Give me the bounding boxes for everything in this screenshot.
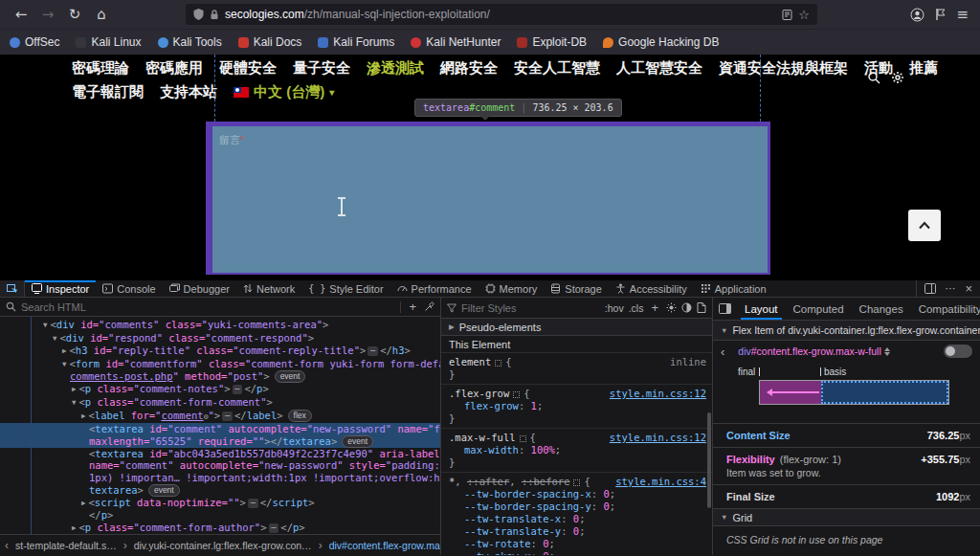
- flex-item-header[interactable]: ▼ Flex Item of div.yuki-container.lg:fle…: [713, 321, 980, 341]
- pseudo-elements-header[interactable]: ▶ Pseudo-elements: [441, 319, 712, 336]
- tab-debugger[interactable]: Debugger: [163, 280, 236, 297]
- tab-memory[interactable]: Memory: [479, 280, 545, 297]
- class-panel-button[interactable]: .cls: [629, 302, 644, 314]
- nav-item[interactable]: 網路安全: [440, 59, 498, 78]
- tab-compatibility[interactable]: Compatibility: [911, 298, 980, 320]
- sidebar-toggle-icon[interactable]: [713, 303, 737, 314]
- css-declaration[interactable]: max-width: 100%;: [449, 444, 706, 456]
- markup-row[interactable]: ▶<p class="comment-form-author">⋯</p>: [0, 522, 440, 534]
- markup-row[interactable]: comments-post.php" method="post">event: [0, 370, 440, 383]
- event-badge[interactable]: event: [342, 435, 373, 448]
- stylesheet-link[interactable]: style.min.css:12: [610, 388, 706, 400]
- collapsed-content-icon[interactable]: ⋯: [248, 499, 258, 508]
- bookmark-exploit-db[interactable]: Exploit-DB: [517, 35, 587, 49]
- markup-row[interactable]: ▶<p class="comment-notes">⋯</p>: [0, 383, 440, 396]
- nav-item[interactable]: 硬體安全: [219, 59, 277, 78]
- markup-row[interactable]: </p>: [0, 509, 440, 522]
- css-declaration[interactable]: --tw-translate-x: 0;: [449, 513, 706, 525]
- breadcrumb-scroll-left-icon[interactable]: ‹: [5, 539, 9, 552]
- pseudo-class-button[interactable]: :hov: [605, 302, 624, 314]
- create-node-button[interactable]: +: [406, 300, 419, 314]
- reload-button[interactable]: ↻: [61, 3, 88, 26]
- bookmark-kali-nethunter[interactable]: Kali NetHunter: [411, 35, 501, 49]
- nav-item[interactable]: 密碼理論: [72, 59, 129, 78]
- menu-icon[interactable]: ≡: [956, 6, 969, 23]
- nav-item[interactable]: 資通安全法規與框架: [719, 59, 848, 78]
- search-html-input[interactable]: [21, 301, 395, 313]
- highlighted-textarea[interactable]: 留言*: [206, 122, 770, 275]
- collapsed-content-icon[interactable]: ⋯: [368, 346, 378, 356]
- split-console-icon[interactable]: [924, 283, 936, 294]
- markup-row[interactable]: 1px) !importan… !important;width:1px !im…: [0, 472, 440, 484]
- url-bar[interactable]: secologies.com/zh/manual-sql-injection-e…: [186, 4, 817, 25]
- markup-row[interactable]: ▼<div id="respond" class="comment-respon…: [0, 332, 440, 345]
- nav-item[interactable]: 安全人工智慧: [514, 59, 600, 78]
- back-button[interactable]: ←: [8, 3, 34, 26]
- flex-badge[interactable]: flex: [288, 410, 312, 422]
- css-declaration[interactable]: --tw-translate-y: 0;: [449, 525, 706, 538]
- add-rule-button[interactable]: +: [648, 300, 661, 315]
- bookmark-kali-tools[interactable]: Kali Tools: [158, 35, 222, 49]
- reader-mode-icon[interactable]: [782, 10, 792, 20]
- nav-item[interactable]: 支持本站: [160, 83, 217, 101]
- devtools-options-icon[interactable]: ⋯: [945, 282, 956, 295]
- pick-element-button[interactable]: [0, 280, 25, 297]
- tab-accessibility[interactable]: Accessibility: [609, 280, 694, 297]
- stylesheet-link[interactable]: style.min.css:4: [615, 476, 706, 488]
- breadcrumb-item-selected[interactable]: div#content.flex-grow.max-w-full: [329, 540, 440, 551]
- back-to-top-button[interactable]: [908, 210, 941, 241]
- tab-style-editor[interactable]: { } Style Editor: [301, 280, 390, 297]
- nav-item[interactable]: 電子報訂閱: [72, 83, 144, 101]
- bookmark-kali-docs[interactable]: Kali Docs: [238, 35, 302, 49]
- markup-row[interactable]: ▼<p class="comment-form-comment">: [0, 396, 440, 410]
- url-text[interactable]: secologies.com/zh/manual-sql-injection-e…: [225, 8, 776, 21]
- markup-row[interactable]: ▼<form id="commentform" class="comment-f…: [0, 358, 440, 371]
- event-badge[interactable]: event: [148, 484, 180, 497]
- bookmark-kali-linux[interactable]: Kali Linux: [76, 35, 141, 49]
- bookmark-kali-forums[interactable]: Kali Forums: [318, 35, 394, 49]
- stylesheet-link[interactable]: style.min.css:12: [610, 432, 706, 444]
- markup-row[interactable]: maxlength="65525" required=""></textarea…: [0, 435, 440, 448]
- bookmark-star-icon[interactable]: ☆: [798, 9, 810, 21]
- tab-storage[interactable]: Storage: [544, 280, 609, 297]
- previous-item-button[interactable]: ‹: [721, 345, 724, 359]
- home-button[interactable]: ⌂: [88, 3, 115, 26]
- selector-highlighter-icon[interactable]: [495, 360, 501, 367]
- light-mode-icon[interactable]: [666, 302, 677, 313]
- selector-highlighter-icon[interactable]: [520, 435, 526, 442]
- collapsed-content-icon[interactable]: ⋯: [222, 411, 233, 421]
- grid-section-header[interactable]: ▼ Grid: [713, 509, 980, 526]
- nav-item[interactable]: 人工智慧安全: [616, 59, 702, 78]
- css-declaration[interactable]: --tw-skew-x: 0;: [449, 550, 706, 555]
- selector-highlighter-icon[interactable]: [513, 391, 520, 398]
- tab-console[interactable]: Console: [96, 280, 162, 297]
- print-simulation-icon[interactable]: [697, 302, 706, 313]
- css-declaration[interactable]: flex-grow: 1;: [449, 400, 706, 412]
- tab-network[interactable]: Network: [236, 280, 301, 297]
- markup-row[interactable]: ▼<div id="comments" class="yuki-comments…: [0, 319, 440, 332]
- tab-layout[interactable]: Layout: [737, 298, 786, 320]
- tab-computed[interactable]: Computed: [786, 298, 852, 320]
- tab-inspector[interactable]: Inspector: [25, 280, 96, 297]
- markup-row[interactable]: ▶<label for="comment⚙">⋯</label>flex: [0, 410, 440, 424]
- shield-icon[interactable]: [193, 9, 204, 20]
- tab-performance[interactable]: Performance: [390, 280, 479, 297]
- bookmark-google-hacking-db[interactable]: Google Hacking DB: [603, 35, 719, 49]
- css-declaration[interactable]: --tw-border-spacing-x: 0;: [449, 488, 706, 500]
- highlight-toggle[interactable]: [944, 345, 972, 358]
- flex-item-select[interactable]: div#content.flex-grow.max-w-full: [738, 345, 880, 357]
- collapsed-content-icon[interactable]: ⋯: [269, 523, 279, 533]
- extension-flag-icon[interactable]: [934, 8, 947, 21]
- css-declaration[interactable]: --tw-border-spacing-y: 0;: [449, 500, 706, 513]
- devtools-close-icon[interactable]: ×: [965, 281, 972, 296]
- eyedropper-icon[interactable]: [424, 301, 434, 312]
- breadcrumb-item[interactable]: div.yuki-container.lg:flex.flex-grow.con…: [134, 540, 312, 551]
- language-switcher[interactable]: 中文 (台灣) ▾: [234, 83, 334, 101]
- tab-application[interactable]: Application: [694, 280, 773, 297]
- nav-item[interactable]: 密碼應用: [145, 59, 203, 78]
- bookmark-offsec[interactable]: OffSec: [10, 35, 59, 49]
- rules-scrollbar[interactable]: [707, 412, 711, 508]
- markup-row[interactable]: textarea>event: [0, 484, 440, 497]
- nav-item[interactable]: 量子安全: [293, 59, 350, 78]
- site-settings-gear-icon[interactable]: [891, 71, 904, 84]
